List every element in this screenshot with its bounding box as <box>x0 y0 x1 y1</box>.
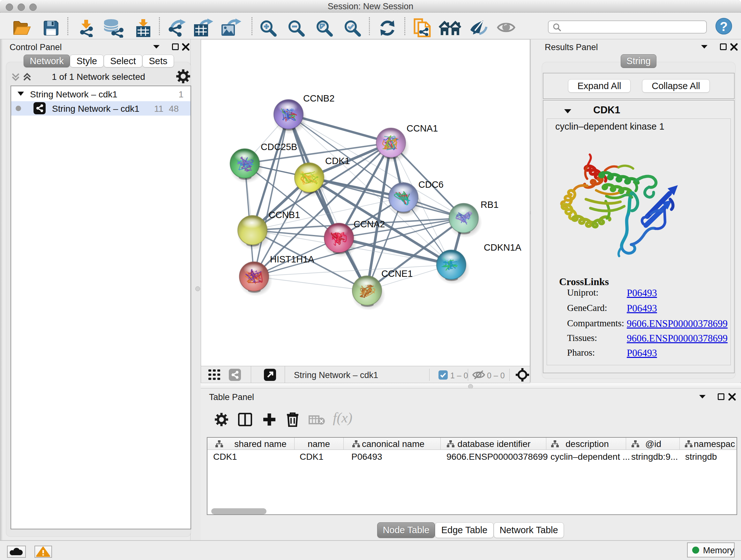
svg-text:HIST1H1A: HIST1H1A <box>270 254 314 264</box>
svg-text:CCNB1: CCNB1 <box>269 210 300 220</box>
svg-text:CCNA1: CCNA1 <box>407 123 438 133</box>
svg-text:RB1: RB1 <box>481 199 498 210</box>
svg-text:CDC25B: CDC25B <box>261 142 297 152</box>
svg-text:CCNB2: CCNB2 <box>303 93 334 104</box>
svg-text:CDKN1A: CDKN1A <box>484 242 522 253</box>
svg-text:CCNA2: CCNA2 <box>354 219 385 229</box>
svg-text:CDC6: CDC6 <box>418 179 444 190</box>
svg-text:CCNE1: CCNE1 <box>381 268 413 279</box>
svg-text:CDK1: CDK1 <box>325 156 350 166</box>
